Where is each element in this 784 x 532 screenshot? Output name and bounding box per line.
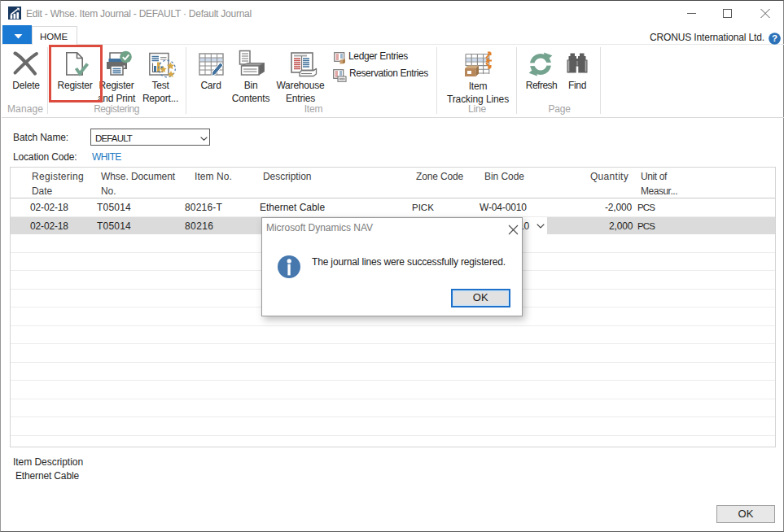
svg-text:?: ? bbox=[772, 33, 777, 43]
